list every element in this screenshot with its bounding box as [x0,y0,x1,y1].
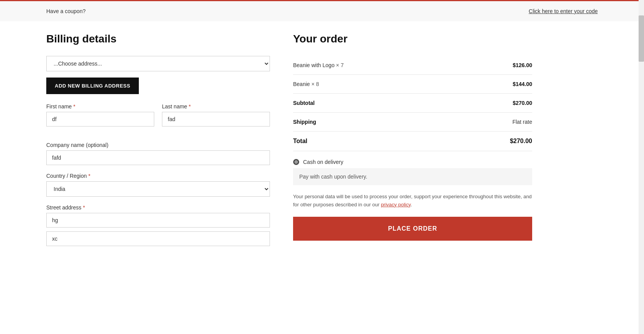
company-group: Company name (optional) [46,142,270,165]
country-select[interactable]: India United States United Kingdom [46,181,270,197]
subtotal-label: Subtotal [293,94,459,113]
subtotal-row: Subtotal $270.00 [293,94,532,113]
shipping-label: Shipping [293,113,459,132]
order-item-1: Beanie × 8 $144.00 [293,75,532,94]
cash-on-delivery-radio[interactable] [293,159,299,165]
company-label: Company name (optional) [46,142,270,148]
payment-option: Cash on delivery [293,159,532,165]
order-table: Beanie with Logo × 7 $126.00 Beanie × 8 … [293,56,532,151]
item-0-price: $126.00 [459,56,532,75]
total-value: $270.00 [459,132,532,151]
first-name-label: First name * [46,103,154,110]
item-1-price: $144.00 [459,75,532,94]
last-name-group: Last name * [162,103,270,127]
item-0-name: Beanie with Logo × 7 [293,56,459,75]
shipping-note: Flat rate [513,119,532,125]
total-row: Total $270.00 [293,132,532,151]
coupon-text: Have a coupon? [46,8,86,14]
payment-label: Cash on delivery [303,159,343,165]
billing-section: Billing details ...Choose address... ADD… [46,33,270,254]
address-select[interactable]: ...Choose address... [46,56,270,71]
payment-section: Cash on delivery Pay with cash upon deli… [293,159,532,185]
address-select-wrapper: ...Choose address... [46,56,270,71]
place-order-button[interactable]: PLACE ORDER [293,217,532,241]
billing-title: Billing details [46,33,270,45]
item-1-name: Beanie × 8 [293,75,459,94]
street2-input[interactable] [46,231,270,246]
coupon-link[interactable]: Click here to enter your code [529,8,598,14]
first-name-group: First name * [46,103,154,127]
shipping-row: Shipping Flat rate [293,113,532,132]
payment-description: Pay with cash upon delivery. [293,168,532,185]
company-input[interactable] [46,150,270,165]
last-name-input[interactable] [162,112,270,127]
shipping-value: Flat rate [459,113,532,132]
last-name-label: Last name * [162,103,270,110]
privacy-notice: Your personal data will be used to proce… [293,193,532,209]
first-name-input[interactable] [46,112,154,127]
subtotal-value: $270.00 [459,94,532,113]
add-address-button[interactable]: ADD NEW BILLING ADDRESS [46,78,139,94]
country-group: Country / Region * India United States U… [46,173,270,197]
order-title: Your order [293,33,532,45]
country-label: Country / Region * [46,173,270,179]
street-label: Street address * [46,204,270,211]
street-group: Street address * [46,204,270,246]
order-section: Your order Beanie with Logo × 7 $126.00 … [293,33,532,254]
privacy-policy-link[interactable]: privacy policy [381,202,411,207]
scrollbar-track[interactable] [639,0,644,277]
street-input[interactable] [46,213,270,228]
order-item-0: Beanie with Logo × 7 $126.00 [293,56,532,75]
coupon-bar: Have a coupon? Click here to enter your … [0,0,644,21]
total-label: Total [293,132,459,151]
